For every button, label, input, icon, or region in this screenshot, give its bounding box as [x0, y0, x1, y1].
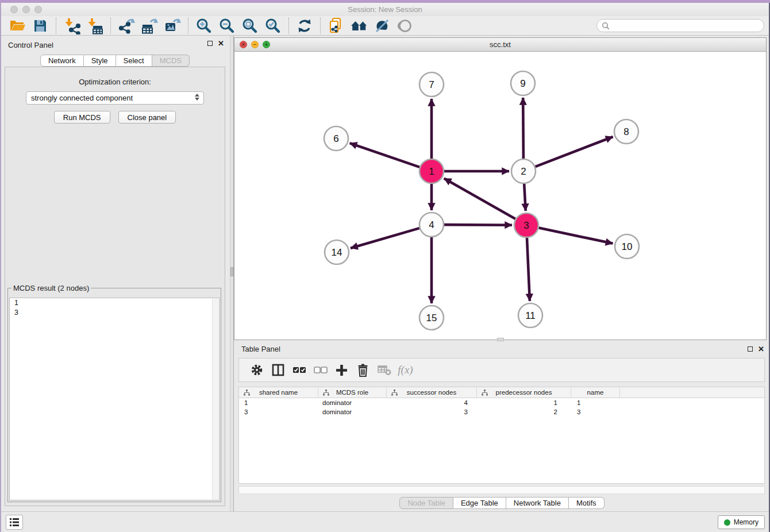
run-mcds-button[interactable]: Run MCDS: [54, 111, 110, 124]
criterion-dropdown[interactable]: strongly connected component: [26, 91, 204, 105]
optimization-criterion-label: Optimization criterion:: [5, 78, 225, 86]
graph-edge-4-3[interactable]: [444, 225, 512, 225]
zoom-out-button[interactable]: [215, 17, 238, 35]
table-cell[interactable]: 1: [239, 399, 318, 406]
function-builder-button[interactable]: f(x): [395, 360, 416, 380]
graph-node-9[interactable]: 9: [511, 71, 535, 95]
graph-node-1[interactable]: 1: [419, 159, 444, 183]
maximize-view-icon[interactable]: +: [263, 41, 270, 48]
close-view-icon[interactable]: ×: [240, 41, 247, 48]
tab-style[interactable]: Style: [84, 55, 116, 67]
column-header-shared-name[interactable]: shared name: [239, 387, 318, 398]
table-settings-button[interactable]: [246, 360, 267, 380]
close-table-panel-icon[interactable]: ✕: [758, 346, 764, 352]
column-header-name[interactable]: name: [571, 387, 620, 398]
table-cell[interactable]: 3: [571, 408, 620, 415]
column-header-predecessor-nodes[interactable]: predecessor nodes: [477, 387, 571, 398]
graph-edge-2-9[interactable]: [523, 98, 523, 159]
table-row[interactable]: 3dominator323: [239, 407, 764, 417]
tab-node-table[interactable]: Node Table: [399, 497, 453, 509]
toolbar-separator: [288, 18, 289, 34]
save-session-button[interactable]: [29, 17, 52, 35]
table-horizontal-scrollbar[interactable]: [238, 486, 765, 494]
graph-node-14[interactable]: 14: [325, 240, 349, 264]
add-column-button[interactable]: [331, 360, 352, 380]
graph-edge-4-14[interactable]: [351, 228, 419, 248]
graph-edge-1-6[interactable]: [350, 143, 420, 167]
graph-node-2[interactable]: 2: [511, 159, 536, 183]
import-table-button[interactable]: [83, 17, 106, 35]
close-window-icon[interactable]: [10, 6, 18, 13]
zoom-window-icon[interactable]: [34, 6, 42, 13]
export-image-button[interactable]: [161, 17, 184, 35]
graph-node-15[interactable]: 15: [419, 306, 444, 330]
show-details-button[interactable]: [394, 17, 417, 35]
table-cell[interactable]: 1: [477, 399, 571, 406]
search-box[interactable]: [596, 19, 764, 32]
refresh-layout-button[interactable]: [293, 17, 316, 35]
float-table-panel-icon[interactable]: [748, 346, 753, 352]
tab-network-table[interactable]: Network Table: [506, 497, 569, 509]
delete-column-button[interactable]: [352, 360, 374, 380]
graph-edge-2-8[interactable]: [536, 137, 613, 167]
graph-node-7[interactable]: 7: [419, 72, 444, 97]
toolbar-separator: [188, 18, 188, 34]
column-header-mcds-role[interactable]: MCDS role: [318, 387, 387, 398]
graph-edge-3-10[interactable]: [539, 228, 613, 244]
clone-network-button[interactable]: [325, 17, 348, 35]
table-cell[interactable]: 3: [387, 408, 477, 415]
tab-select[interactable]: Select: [116, 55, 152, 67]
table-cell[interactable]: 2: [477, 408, 571, 415]
view-resize-handle[interactable]: [497, 338, 504, 341]
table-cell[interactable]: dominator: [318, 399, 387, 406]
float-panel-icon[interactable]: [207, 41, 213, 46]
table-cell[interactable]: dominator: [318, 408, 387, 415]
close-panel-icon[interactable]: ✕: [218, 40, 224, 47]
tab-motifs[interactable]: Motifs: [569, 497, 605, 509]
delete-table-button[interactable]: [374, 360, 395, 380]
table-cell[interactable]: 1: [571, 399, 620, 406]
tab-mcds[interactable]: MCDS: [152, 55, 190, 67]
import-network-button[interactable]: [60, 17, 83, 35]
graph-node-11[interactable]: 11: [518, 303, 542, 327]
table-cell[interactable]: 4: [387, 399, 477, 406]
table-cell[interactable]: 3: [239, 408, 318, 415]
minimize-view-icon[interactable]: −: [251, 41, 259, 48]
table-row[interactable]: 1dominator411: [239, 398, 764, 407]
graph-edge-3-11[interactable]: [527, 238, 530, 301]
export-table-button[interactable]: [138, 17, 161, 35]
home-view-button[interactable]: [348, 17, 371, 35]
zoom-in-button[interactable]: [192, 17, 215, 35]
graph-node-10[interactable]: 10: [615, 234, 639, 259]
svg-text:7: 7: [429, 79, 434, 90]
graph-edge-3-1[interactable]: [444, 178, 515, 219]
export-image-icon: [164, 17, 181, 34]
network-window-titlebar[interactable]: × − + scc.txt: [234, 38, 766, 52]
panel-splitter[interactable]: [230, 36, 234, 511]
select-all-button[interactable]: [288, 360, 310, 380]
minimize-window-icon[interactable]: [22, 6, 30, 13]
memory-button[interactable]: Memory: [718, 515, 765, 529]
zoom-fit-button[interactable]: [238, 17, 261, 35]
close-panel-button[interactable]: Close panel: [118, 111, 176, 124]
network-graph[interactable]: 7968124314101511: [234, 52, 766, 340]
result-scrollbar[interactable]: [212, 299, 218, 499]
graph-node-8[interactable]: 8: [614, 119, 638, 144]
open-file-button[interactable]: [6, 17, 29, 35]
tab-edge-table[interactable]: Edge Table: [453, 497, 506, 509]
graph-node-6[interactable]: 6: [324, 126, 348, 151]
split-columns-button[interactable]: [267, 360, 288, 380]
export-network-button[interactable]: [115, 17, 138, 35]
splitter-handle[interactable]: [230, 267, 233, 276]
zoom-selected-button[interactable]: [261, 17, 284, 35]
search-input[interactable]: [613, 22, 759, 30]
deselect-all-button[interactable]: [310, 360, 331, 380]
tab-network[interactable]: Network: [40, 55, 84, 67]
style-preview-button[interactable]: [371, 17, 394, 35]
graph-edge-2-3[interactable]: [524, 184, 526, 211]
graph-node-4[interactable]: 4: [419, 213, 444, 237]
network-canvas[interactable]: 7968124314101511: [234, 52, 766, 340]
graph-node-3[interactable]: 3: [514, 213, 538, 237]
column-header-successor-nodes[interactable]: successor nodes: [387, 387, 477, 398]
task-history-button[interactable]: [6, 515, 23, 530]
